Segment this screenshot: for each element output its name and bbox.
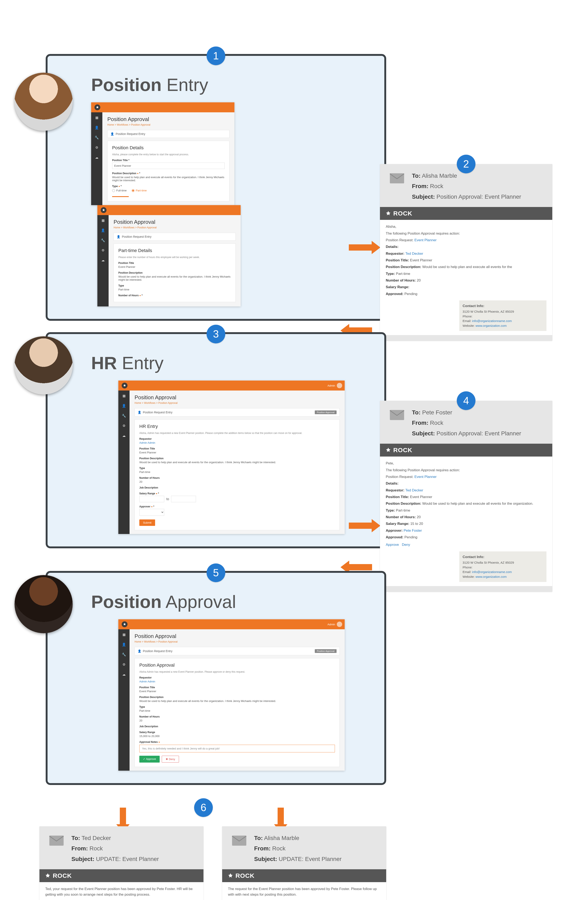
radio-parttime[interactable]: Part-time xyxy=(132,189,147,192)
email2-to: Alisha Marble xyxy=(422,172,457,179)
accent-underline xyxy=(112,196,129,197)
nav-cloud-icon[interactable]: ☁ xyxy=(95,155,99,160)
step-badge-6: 6 xyxy=(194,798,213,817)
avatar-requestor xyxy=(14,73,73,131)
topbar-user[interactable]: Admin xyxy=(327,383,342,388)
link-contact-email[interactable]: info@organizationname.com xyxy=(472,319,512,323)
nav-tools-icon[interactable]: 🔧 xyxy=(122,652,126,657)
avatar-hr xyxy=(14,336,73,394)
nav-tools-icon[interactable]: 🔧 xyxy=(95,135,99,140)
envelope-icon xyxy=(388,408,406,422)
entry-bar-label: Position Request Entry xyxy=(116,132,145,136)
input-position-title[interactable] xyxy=(112,163,225,169)
nav-settings-icon[interactable]: ⚙ xyxy=(95,145,99,150)
app-topbar xyxy=(91,102,234,112)
app-card-position-details: ▦ 👤 🔧 ⚙ ☁ Position Approval Home > Workf… xyxy=(91,102,234,205)
textarea-approval-notes[interactable]: Yes, this is definitely needed and I thi… xyxy=(139,745,335,753)
step-badge-4: 4 xyxy=(457,391,475,410)
label-subject: Subject: xyxy=(412,194,435,200)
email-card-step6b: To: Alisha Marble From: Rock Subject: UP… xyxy=(222,826,386,900)
link-requestor[interactable]: Ted Decker xyxy=(405,488,423,492)
nav-tools-icon[interactable]: 🔧 xyxy=(101,238,105,242)
app-card-position-approval: Admin ▦ 👤 🔧 ⚙ ☁ Position Approval Home >… xyxy=(118,619,344,771)
rock-logo-icon xyxy=(101,207,107,213)
step-badge-3: 3 xyxy=(206,325,225,343)
email2-subject: Position Approval: Event Planner xyxy=(436,194,521,200)
select-approver[interactable] xyxy=(139,509,164,516)
step-badge-2: 2 xyxy=(457,155,475,173)
nav-cloud-icon[interactable]: ☁ xyxy=(122,672,126,677)
email2-from: Rock xyxy=(430,183,443,189)
value-position-description[interactable]: Would be used to help plan and execute a… xyxy=(112,175,225,182)
app-card-hr-entry: Admin ▦ 👤 🔧 ⚙ ☁ Position Approval Home >… xyxy=(118,380,344,534)
email-card-step2: 2 To: Alisha Marble From: Rock Subject: … xyxy=(380,164,552,340)
topbar-user[interactable]: Admin xyxy=(327,622,342,627)
nav-cloud-icon[interactable]: ☁ xyxy=(101,258,105,262)
email6a-to: Ted Decker xyxy=(82,835,111,841)
nav-dashboard-icon[interactable]: ▦ xyxy=(101,218,105,223)
app-card-parttime-details: ▦ 👤 🔧 ⚙ ☁ Position Approval Home > Workf… xyxy=(98,205,240,306)
nav-settings-icon[interactable]: ⚙ xyxy=(122,423,126,428)
status-pill: Position Approval xyxy=(315,410,337,414)
link-approver[interactable]: Pete Foster xyxy=(403,529,422,532)
nav-person-icon[interactable]: 👤 xyxy=(101,228,105,233)
breadcrumb[interactable]: Home > Workflows > Position Approval xyxy=(107,123,230,126)
nav-tools-icon[interactable]: 🔧 xyxy=(122,413,126,418)
link-requestor[interactable]: Admin Admin xyxy=(139,680,335,683)
nav-person-icon[interactable]: 👤 xyxy=(95,125,99,130)
person-icon: 👤 xyxy=(117,235,120,238)
nav-dashboard-icon[interactable]: ▦ xyxy=(95,115,99,120)
nav-person-icon[interactable]: 👤 xyxy=(122,642,126,647)
envelope-icon xyxy=(230,834,249,847)
nav-dashboard-icon[interactable]: ▦ xyxy=(122,393,126,398)
link-requestor[interactable]: Ted Decker xyxy=(405,251,423,256)
step-badge-5: 5 xyxy=(206,563,225,582)
input-salary-to[interactable] xyxy=(171,496,196,502)
link-position-request[interactable]: Event Planner xyxy=(414,238,437,242)
nav-cloud-icon[interactable]: ☁ xyxy=(122,433,126,438)
link-deny[interactable]: Deny xyxy=(402,543,410,547)
rock-logo-icon xyxy=(122,383,127,388)
link-approve[interactable]: Approve xyxy=(386,543,399,547)
arrow-1-to-2 xyxy=(349,241,380,254)
link-contact-website[interactable]: www.organization.com xyxy=(475,324,507,327)
nav-settings-icon[interactable]: ⚙ xyxy=(122,662,126,667)
person-icon: 👤 xyxy=(110,132,114,136)
panel-position-entry: 1 Position Entry ▦ 👤 🔧 ⚙ ☁ Position Appr… xyxy=(46,54,386,321)
person-icon: 👤 xyxy=(138,411,141,414)
panel-title-position-entry: Position Entry xyxy=(91,74,372,95)
email-card-step6a: To: Ted Decker From: Rock Subject: UPDAT… xyxy=(39,826,203,900)
label-to: To: xyxy=(412,172,420,179)
rock-brand-bar: ROCK xyxy=(222,869,386,882)
nav-settings-icon[interactable]: ⚙ xyxy=(101,248,105,253)
rock-brand-bar: ROCK xyxy=(380,207,552,220)
app-sidebar: ▦ 👤 🔧 ⚙ ☁ xyxy=(91,112,102,205)
avatar-approver xyxy=(14,575,73,633)
email4-subject: Position Approval: Event Planner xyxy=(436,430,521,437)
arrow-3-to-4 xyxy=(349,519,380,532)
submit-button[interactable]: Submit xyxy=(139,520,155,526)
avatar-icon xyxy=(337,622,342,627)
link-position-request[interactable]: Event Planner xyxy=(414,475,437,479)
label-type: Type ● * xyxy=(112,185,225,188)
deny-button[interactable]: ✖ Deny xyxy=(162,756,179,763)
rock-logo-icon xyxy=(95,104,100,110)
step-badge-1: 1 xyxy=(206,47,225,65)
status-pill: Position Approval xyxy=(315,649,337,653)
link-requestor[interactable]: Admin Admin xyxy=(139,441,335,444)
label-from: From: xyxy=(412,183,428,189)
panel-hr-entry: 3 HR Entry Admin ▦ 👤 🔧 ⚙ ☁ Position Appr… xyxy=(46,332,386,548)
envelope-icon xyxy=(388,172,406,185)
panel-title-hr-entry: HR Entry xyxy=(91,353,372,373)
nav-dashboard-icon[interactable]: ▦ xyxy=(122,632,126,637)
input-salary-from[interactable] xyxy=(139,496,164,502)
email4-to: Pete Foster xyxy=(422,409,452,416)
help-text: Alisha, please complete the entry below … xyxy=(112,153,225,156)
person-icon: 👤 xyxy=(138,649,141,653)
nav-person-icon[interactable]: 👤 xyxy=(122,403,126,408)
radio-fulltime[interactable]: Full-time xyxy=(112,189,127,192)
label-position-description: Position Description ● * xyxy=(112,172,225,175)
email4-from: Rock xyxy=(430,420,443,426)
label-position-title: Position Title * xyxy=(112,159,225,162)
approve-button[interactable]: ✓ Approve xyxy=(139,756,160,763)
